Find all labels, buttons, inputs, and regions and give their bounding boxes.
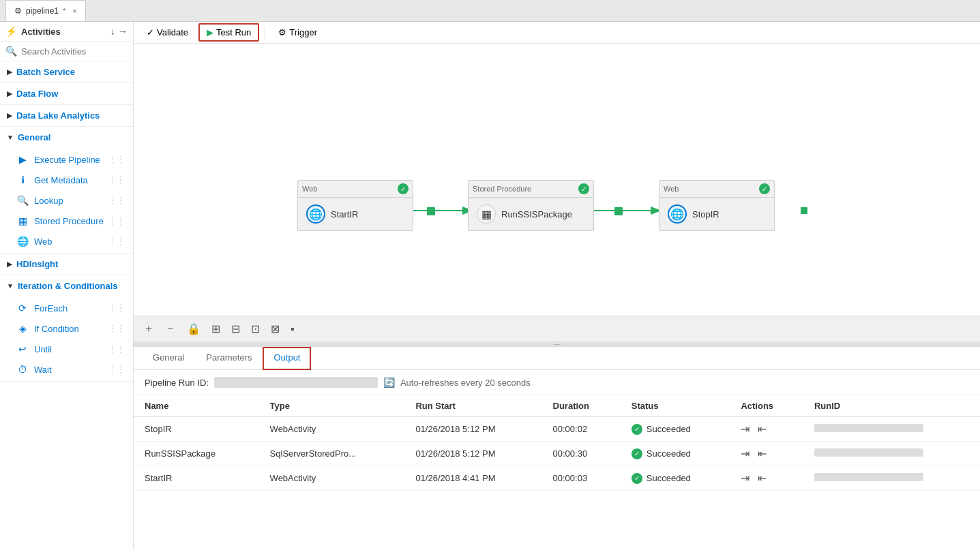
get-metadata-drag: ⋮⋮ xyxy=(108,175,125,185)
row1-action-input[interactable]: ⇥ xyxy=(741,423,749,435)
trigger-button[interactable]: ⚙ Trigger xyxy=(271,24,325,41)
node-stopir-icon: 🌐 xyxy=(668,204,687,224)
search-icon: 🔍 xyxy=(5,46,17,57)
sidebar-header-actions: ↓ → xyxy=(110,26,128,37)
foreach-icon: ⟳ xyxy=(16,302,29,314)
hdinsight-arrow: ▶ xyxy=(7,260,12,268)
node-startir-type: Web xyxy=(302,185,317,193)
fit-tool-1[interactable]: ⊞ xyxy=(209,321,223,337)
data-lake-header[interactable]: ▶ Data Lake Analytics xyxy=(0,105,133,126)
data-lake-label: Data Lake Analytics xyxy=(16,110,100,121)
if-condition-label: If Condition xyxy=(34,324,79,334)
expand-icon[interactable]: → xyxy=(118,26,128,37)
tab-bar: ⚙ pipeline1 true * × xyxy=(0,0,980,22)
row2-type: SqlServerStoredPro... xyxy=(259,442,405,466)
subtract-tool[interactable]: － xyxy=(162,320,179,337)
row1-runid-value xyxy=(814,424,923,432)
node-startir-body: 🌐 StartIR xyxy=(298,198,413,230)
wait-label: Wait xyxy=(34,365,52,375)
test-run-label: Test Run xyxy=(216,27,251,37)
fit-tool-4[interactable]: ⊠ xyxy=(268,321,282,337)
row2-run-start: 01/26/2018 5:12 PM xyxy=(404,442,541,466)
sidebar-item-stored-procedure[interactable]: ▦ Stored Procedure ⋮⋮ xyxy=(0,211,133,231)
tab-close-button[interactable]: × xyxy=(72,7,76,15)
row1-duration: 00:00:02 xyxy=(542,417,621,442)
tab-general[interactable]: General xyxy=(142,347,195,369)
validate-icon: ✓ xyxy=(147,27,154,37)
foreach-label: ForEach xyxy=(34,303,68,314)
tab-parameters[interactable]: Parameters xyxy=(195,347,263,369)
tab-output[interactable]: Output xyxy=(263,347,311,370)
sidebar-item-execute-pipeline[interactable]: ▶ Execute Pipeline ⋮⋮ xyxy=(0,149,133,170)
add-tool[interactable]: ＋ xyxy=(140,320,157,337)
batch-service-label: Batch Service xyxy=(16,67,75,77)
results-table: Name Type Run Start Duration Status Acti… xyxy=(134,395,980,550)
data-flow-header[interactable]: ▶ Data Flow xyxy=(0,83,133,104)
stored-procedure-label: Stored Procedure xyxy=(34,216,104,226)
iteration-arrow: ▼ xyxy=(7,282,14,290)
row2-action-output[interactable]: ⇤ xyxy=(758,448,767,459)
pipeline-run-id-label: Pipeline Run ID: xyxy=(145,378,209,388)
row3-status-label: Succeeded xyxy=(647,473,691,483)
main-layout: ⚡ Activities ↓ → 🔍 ▶ Batch Service ▶ Dat… xyxy=(0,22,980,550)
node-stopir-label: StopIR xyxy=(692,209,719,219)
hdinsight-header[interactable]: ▶ HDInsight xyxy=(0,254,133,275)
lock-tool[interactable]: 🔒 xyxy=(184,321,203,337)
auto-refresh-text: Auto-refreshes every 20 seconds xyxy=(400,378,531,388)
stored-procedure-icon: ▦ xyxy=(16,215,29,227)
sidebar-item-get-metadata[interactable]: ℹ Get Metadata ⋮⋮ xyxy=(0,170,133,190)
iteration-header[interactable]: ▼ Iteration & Conditionals xyxy=(0,275,133,296)
execute-pipeline-drag: ⋮⋮ xyxy=(108,155,125,164)
get-metadata-left: ℹ Get Metadata xyxy=(16,174,88,186)
fit-tool-3[interactable]: ⊡ xyxy=(248,321,263,337)
fit-tool-2[interactable]: ⊟ xyxy=(228,321,243,337)
validate-button[interactable]: ✓ Validate xyxy=(139,24,196,41)
data-flow-label: Data Flow xyxy=(16,89,58,99)
sidebar-item-lookup[interactable]: 🔍 Lookup ⋮⋮ xyxy=(0,190,133,211)
refresh-icon[interactable]: 🔄 xyxy=(383,377,395,388)
row2-status-icon: ✓ xyxy=(632,448,642,459)
sidebar-item-foreach[interactable]: ⟳ ForEach ⋮⋮ xyxy=(0,298,133,318)
batch-service-header[interactable]: ▶ Batch Service xyxy=(0,61,133,82)
web-left: 🌐 Web xyxy=(16,235,53,247)
table-row: StartIR WebActivity 01/26/2018 4:41 PM 0… xyxy=(134,466,980,491)
general-header[interactable]: ▼ General xyxy=(0,127,133,148)
table-body: StopIR WebActivity 01/26/2018 5:12 PM 00… xyxy=(134,417,980,491)
sidebar-item-web[interactable]: 🌐 Web ⋮⋮ xyxy=(0,231,133,251)
sidebar-header: ⚡ Activities ↓ → xyxy=(0,22,133,42)
svg-rect-3 xyxy=(614,207,623,215)
pipeline-tab[interactable]: ⚙ pipeline1 true * × xyxy=(5,0,86,21)
row2-status: ✓ Succeeded xyxy=(621,442,730,466)
test-run-button[interactable]: ▶ Test Run xyxy=(198,23,259,42)
col-run-start: Run Start xyxy=(404,395,541,417)
if-condition-left: ◈ If Condition xyxy=(16,322,79,335)
sidebar-item-until[interactable]: ↩ Until ⋮⋮ xyxy=(0,339,133,359)
general-label: General xyxy=(18,132,50,142)
row3-action-output[interactable]: ⇤ xyxy=(758,472,767,484)
node-startir[interactable]: Web ✓ 🌐 StartIR xyxy=(297,180,413,231)
collapse-icon[interactable]: ↓ xyxy=(110,26,115,37)
execute-pipeline-label: Execute Pipeline xyxy=(34,155,100,165)
row3-type: WebActivity xyxy=(259,466,405,491)
node-stopir[interactable]: Web ✓ 🌐 StopIR xyxy=(659,180,775,231)
grid-tool[interactable]: ▪ xyxy=(288,322,297,337)
sidebar-item-if-condition[interactable]: ◈ If Condition ⋮⋮ xyxy=(0,318,133,339)
node-stopir-body: 🌐 StopIR xyxy=(659,198,774,230)
row3-action-input[interactable]: ⇥ xyxy=(741,472,749,484)
search-input[interactable] xyxy=(21,46,128,57)
stored-procedure-drag: ⋮⋮ xyxy=(108,216,125,226)
sidebar-category-hdinsight: ▶ HDInsight xyxy=(0,254,133,275)
get-metadata-icon: ℹ xyxy=(16,174,29,186)
node-stopir-header: Web ✓ xyxy=(659,181,774,198)
sidebar-item-wait[interactable]: ⏱ Wait ⋮⋮ xyxy=(0,359,133,380)
row1-runid xyxy=(803,417,980,442)
row1-actions: ⇥ ⇤ xyxy=(730,417,803,442)
trigger-icon: ⚙ xyxy=(278,27,286,37)
col-type: Type xyxy=(259,395,405,417)
data-lake-arrow: ▶ xyxy=(7,112,12,119)
row1-action-output[interactable]: ⇤ xyxy=(758,423,767,435)
run-id-value xyxy=(214,377,378,388)
toolbar-divider xyxy=(265,26,265,40)
row2-action-input[interactable]: ⇥ xyxy=(741,448,749,459)
node-runssispackage[interactable]: Stored Procedure ✓ ▦ RunSSISPackage xyxy=(468,180,594,231)
